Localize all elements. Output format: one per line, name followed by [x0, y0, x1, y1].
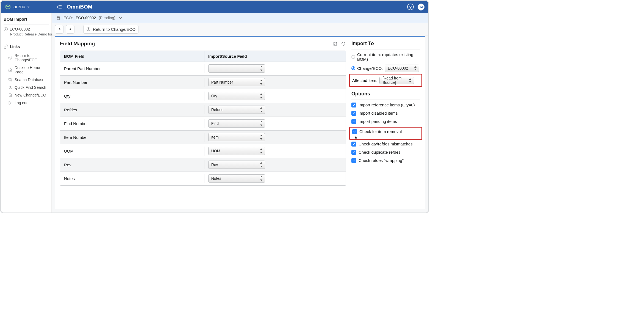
- breadcrumb-bar: ECO: ECO-00002 (Pending): [52, 13, 428, 23]
- checkbox-checked-icon: [351, 158, 356, 163]
- change-eco-select[interactable]: ECO-00002: [385, 65, 419, 72]
- option-checkbox-row[interactable]: Import reference items (Qty=0): [351, 103, 420, 107]
- logout-icon: [8, 101, 12, 105]
- option-label: Check for item removal: [359, 129, 402, 134]
- source-field-select[interactable]: Item: [208, 133, 265, 141]
- checkbox-checked-icon: [352, 129, 357, 134]
- source-field-select[interactable]: Refdes: [208, 106, 265, 114]
- source-field-cell: Notes: [204, 172, 346, 185]
- source-field-select[interactable]: Notes: [208, 174, 265, 183]
- table-row: QtyQty: [60, 89, 346, 103]
- bom-field-cell: Item Number: [60, 133, 204, 142]
- back-circle-icon: [86, 27, 91, 31]
- content-card: Field Mapping BOM Field Import/Source Fi…: [55, 36, 425, 209]
- svg-point-6: [11, 88, 12, 89]
- crumb-id[interactable]: ECO-00002: [76, 16, 96, 20]
- table-row: Part NumberPart Number: [60, 76, 346, 89]
- source-field-value: Rev: [211, 162, 218, 167]
- source-field-select[interactable]: Qty: [208, 92, 265, 100]
- source-field-select[interactable]: [208, 64, 265, 73]
- option-label: Check duplicate refdes: [359, 150, 401, 155]
- svg-point-5: [9, 88, 10, 89]
- main: ECO: ECO-00002 (Pending) Return to Chang…: [52, 13, 428, 213]
- sidebar-link-back[interactable]: Return to Change/ECO: [4, 52, 49, 64]
- table-header: BOM Field Import/Source Field: [60, 51, 346, 62]
- sidebar-link-home[interactable]: Desktop Home Page: [4, 64, 49, 76]
- svg-rect-2: [9, 78, 11, 80]
- source-field-select[interactable]: UOM: [208, 147, 265, 155]
- bom-field-cell: Refdes: [60, 105, 204, 114]
- arena-logo-icon: [5, 4, 11, 10]
- panel-divider: [351, 49, 420, 49]
- bom-field-cell: Notes: [60, 174, 204, 183]
- options-title: Options: [351, 91, 420, 97]
- checkbox-checked-icon: [351, 103, 356, 107]
- sidebar-links-label: Links: [10, 45, 20, 49]
- arrow-right-icon: [68, 27, 73, 31]
- table-row: Find NumberFind: [60, 117, 346, 131]
- radio-change-eco[interactable]: Change/ECO: ECO-00002: [351, 65, 420, 72]
- radio-current-item[interactable]: Current item: (updates existing BOM): [351, 52, 420, 62]
- back-arrow-icon: [4, 27, 8, 31]
- sidebar-title: BOM Import: [4, 17, 49, 21]
- radio-unchecked-icon: [351, 55, 355, 59]
- nav-back-button[interactable]: [55, 25, 63, 34]
- brand-logo: arena®: [5, 4, 29, 10]
- check-icon: [352, 151, 356, 154]
- source-field-value: Item: [211, 135, 219, 139]
- chevron-down-icon[interactable]: [118, 16, 123, 20]
- source-field-cell: UOM: [204, 145, 346, 157]
- table-row: RefdesRefdes: [60, 103, 346, 117]
- app-title: OmniBOM: [67, 4, 92, 10]
- option-checkbox-row[interactable]: Import disabled items: [351, 111, 420, 116]
- highlight-check-removal: Check for item removal: [349, 127, 422, 140]
- check-icon: [353, 130, 356, 133]
- affected-item-select[interactable]: [Read from Source]: [379, 77, 414, 84]
- option-label: Import pending items: [359, 119, 397, 124]
- source-field-select[interactable]: Find: [208, 119, 265, 128]
- source-field-cell: [204, 62, 346, 75]
- option-checkbox-row[interactable]: Check duplicate refdes: [351, 150, 420, 155]
- sidebar-crumb[interactable]: ECO-00002: [4, 27, 49, 31]
- checkbox-checked-icon: [351, 111, 356, 116]
- field-mapping-panel: Field Mapping BOM Field Import/Source Fi…: [60, 41, 346, 209]
- sidebar: BOM Import ECO-00002 Product Release Dem…: [1, 13, 52, 213]
- sidebar-link-label: Desktop Home Page: [15, 65, 48, 74]
- option-checkbox-row[interactable]: Check qty/refdes mismatches: [351, 142, 420, 147]
- return-button[interactable]: Return to Change/ECO: [83, 25, 138, 34]
- sidebar-link-logout[interactable]: Log out: [4, 99, 49, 107]
- option-checkbox-row[interactable]: Check refdes "wrapping": [351, 158, 420, 163]
- save-mapping-icon[interactable]: [333, 41, 338, 46]
- sidebar-link-label: Return to Change/ECO: [15, 53, 48, 62]
- bom-field-cell: Qty: [60, 92, 204, 101]
- sidebar-link-label: New Change/ECO: [15, 93, 46, 97]
- option-checkbox-row[interactable]: Check for item removal: [352, 129, 419, 134]
- menu-collapse-icon[interactable]: [57, 4, 62, 10]
- source-field-select[interactable]: Rev: [208, 161, 265, 169]
- arrow-left-icon: [57, 27, 62, 31]
- search-icon: [8, 78, 12, 82]
- sidebar-crumb-label: ECO-00002: [10, 27, 30, 31]
- toolbar: Return to Change/ECO: [52, 23, 428, 35]
- option-label: Import reference items (Qty=0): [359, 103, 415, 107]
- source-field-cell: Part Number: [204, 76, 346, 89]
- bom-field-cell: Rev: [60, 160, 204, 169]
- source-field-select[interactable]: Part Number: [208, 78, 265, 86]
- brand-name: arena: [13, 4, 25, 10]
- sidebar-link-search[interactable]: Search Database: [4, 76, 49, 84]
- user-avatar[interactable]: HW: [418, 4, 424, 10]
- check-icon: [352, 142, 356, 146]
- svg-point-0: [4, 27, 7, 31]
- nav-forward-button[interactable]: [66, 25, 74, 34]
- option-checkbox-row[interactable]: Import pending items: [351, 119, 420, 124]
- option-label: Check refdes "wrapping": [359, 158, 404, 163]
- bom-field-cell: Find Number: [60, 119, 204, 128]
- col-source-field: Import/Source Field: [204, 51, 346, 62]
- sidebar-link-new[interactable]: New Change/ECO: [4, 91, 49, 99]
- bom-field-cell: UOM: [60, 147, 204, 156]
- check-icon: [352, 112, 356, 115]
- sidebar-link-car[interactable]: Quick Find Search: [4, 84, 49, 91]
- crumb-prefix: ECO:: [63, 16, 73, 20]
- help-icon[interactable]: ?: [407, 4, 414, 10]
- reset-icon[interactable]: [341, 41, 346, 46]
